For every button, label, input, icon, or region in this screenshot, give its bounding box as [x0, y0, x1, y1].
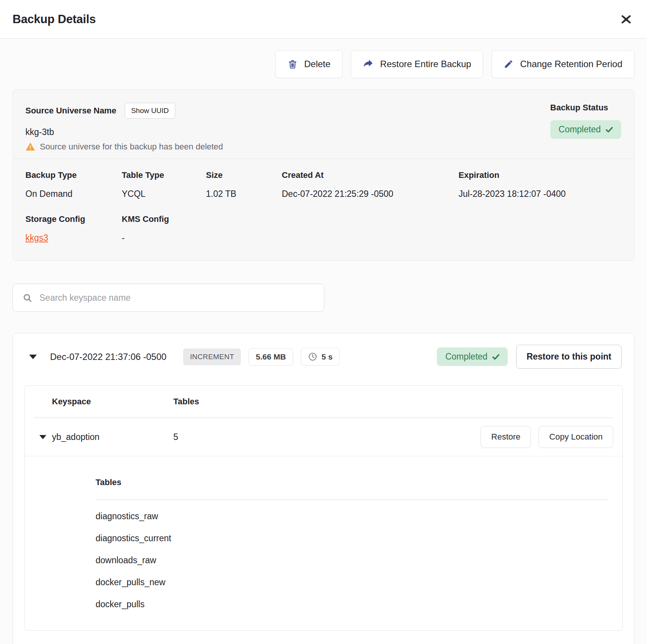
restore-to-point-button[interactable]: Restore to this point	[516, 345, 622, 369]
search-input[interactable]	[39, 292, 314, 303]
increment-card: Dec-07-2022 21:37:06 -0500 INCREMENT 5.6…	[13, 333, 634, 644]
increment-status-text: Completed	[445, 352, 487, 362]
increment-collapse-button[interactable]	[27, 353, 39, 361]
table-name-row: diagnostics_raw	[96, 505, 609, 527]
search-icon	[22, 293, 33, 303]
show-uuid-button[interactable]: Show UUID	[125, 103, 175, 119]
field-size: Size 1.02 TB	[206, 170, 282, 199]
col-tables: Tables	[173, 397, 613, 407]
summary-fields-row: Backup Type On Demand Table Type YCQL Si…	[13, 159, 634, 199]
tables-sublist-title: Tables	[96, 478, 609, 487]
warning-icon	[25, 142, 35, 151]
increment-size-badge: 5.66 MB	[248, 348, 293, 366]
col-keyspace: Keyspace	[52, 397, 173, 407]
close-button[interactable]	[620, 13, 633, 26]
keyspace-tables-count: 5	[173, 432, 481, 442]
keyspace-table-header: Keyspace Tables	[25, 386, 622, 418]
change-retention-button[interactable]: Change Retention Period	[492, 50, 634, 78]
kms-config-value: -	[122, 233, 125, 243]
keyspace-name: yb_adoption	[52, 432, 173, 442]
tables-sublist: Tables diagnostics_raw diagnostics_curre…	[25, 456, 622, 615]
toolbar: Delete Restore Entire Backup Change Rete…	[13, 39, 634, 78]
status-badge-text: Completed	[559, 124, 601, 135]
summary-top: Source Universe Name Show UUID kkg-3tb S…	[13, 90, 634, 159]
summary-panel: Source Universe Name Show UUID kkg-3tb S…	[13, 90, 634, 261]
storage-config-link[interactable]: kkgs3	[25, 233, 48, 243]
delete-label: Delete	[304, 59, 330, 69]
table-name-row: docker_pulls_new	[96, 571, 609, 593]
modal-header: Backup Details	[0, 0, 647, 39]
backup-status-label: Backup Status	[550, 103, 608, 113]
keyspace-table-card: Keyspace Tables yb_adoption 5 Restore Co…	[24, 385, 623, 631]
modal-body: Delete Restore Entire Backup Change Rete…	[0, 39, 647, 644]
delete-button[interactable]: Delete	[275, 50, 342, 78]
restore-entire-backup-button[interactable]: Restore Entire Backup	[351, 50, 483, 78]
universe-name: kkg-3tb	[25, 127, 622, 137]
universe-deleted-warning: Source universe for this backup has been…	[25, 142, 622, 152]
trash-icon	[287, 59, 298, 69]
table-name-row: diagnostics_current	[96, 527, 609, 549]
check-icon	[606, 127, 613, 133]
summary-config-row: Storage Config kkgs3 KMS Config -	[13, 199, 634, 261]
source-universe-label: Source Universe Name	[25, 106, 116, 116]
field-kms-config: KMS Config -	[122, 214, 622, 243]
restore-entire-backup-label: Restore Entire Backup	[380, 59, 471, 69]
backup-status-block: Backup Status Completed	[550, 103, 621, 139]
table-name-row: downloads_raw	[96, 549, 609, 571]
keyspace-collapse-button[interactable]	[34, 433, 52, 441]
field-table-type: Table Type YCQL	[122, 170, 206, 199]
caret-down-icon	[29, 354, 37, 360]
status-badge: Completed	[550, 120, 621, 139]
field-backup-type: Backup Type On Demand	[25, 170, 122, 199]
keyspace-row: yb_adoption 5 Restore Copy Location	[25, 418, 622, 456]
change-retention-label: Change Retention Period	[520, 59, 622, 69]
caret-down-icon	[39, 435, 47, 440]
clock-icon	[308, 352, 317, 361]
warning-text: Source universe for this backup has been…	[40, 142, 223, 152]
pencil-icon	[504, 59, 514, 69]
keyspace-search	[13, 284, 324, 312]
increment-status-badge: Completed	[437, 347, 508, 366]
page-title: Backup Details	[13, 13, 96, 26]
close-icon	[620, 13, 633, 26]
duration-text: 5 s	[322, 352, 333, 361]
increment-duration-badge: 5 s	[301, 348, 340, 366]
check-icon	[492, 354, 499, 360]
increment-timestamp: Dec-07-2022 21:37:06 -0500	[50, 352, 166, 362]
field-expiration: Expiration Jul-28-2023 18:12:07 -0400	[459, 170, 622, 199]
increment-type-badge: INCREMENT	[183, 349, 241, 365]
table-name-row: docker_pulls	[96, 593, 609, 615]
restore-arrow-icon	[363, 59, 374, 69]
increment-header: Dec-07-2022 21:37:06 -0500 INCREMENT 5.6…	[13, 333, 634, 380]
copy-location-button[interactable]: Copy Location	[539, 426, 613, 448]
restore-keyspace-button[interactable]: Restore	[481, 426, 531, 448]
field-created-at: Created At Dec-07-2022 21:25:29 -0500	[282, 170, 459, 199]
field-storage-config: Storage Config kkgs3	[25, 214, 122, 243]
